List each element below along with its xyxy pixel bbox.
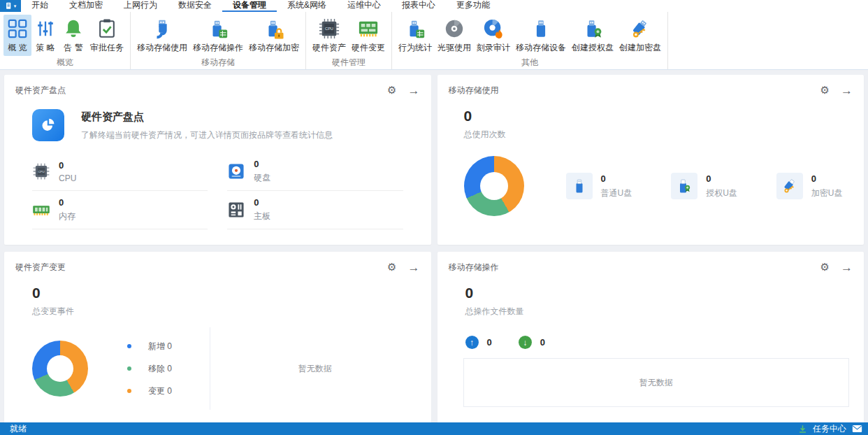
status-bar: 就绪 任务中心 (0, 422, 868, 435)
approval-tasks-button[interactable]: 审批任务 (87, 15, 126, 56)
card-storage-usage: 移动存储使用 ⚙ → 0 总使用次数 0普通U盘 (437, 75, 865, 245)
caret-down-icon: ▾ (14, 3, 17, 9)
alert-button[interactable]: 告 警 (59, 15, 87, 56)
usb-badge-icon (581, 17, 604, 40)
legend-dot (127, 344, 131, 348)
usage-donut-chart (464, 156, 524, 216)
ribbon-group-label: 硬件管理 (306, 56, 391, 71)
pie-chart-app-icon (32, 109, 64, 141)
sliders-icon (34, 17, 57, 40)
circuit-board-icon (357, 17, 379, 40)
app-menu-button[interactable]: ▾ (0, 0, 21, 12)
ribbon-tab-bar: ▾ 开始 文档加密 上网行为 数据安全 设备管理 系统&网络 运维中心 报表中心… (0, 0, 868, 12)
tile-encrypted-usb: 0加密U盘 (776, 173, 843, 199)
svg-text:CPU: CPU (38, 170, 44, 173)
usb-badge-icon (671, 173, 697, 199)
tab-device-management[interactable]: 设备管理 (222, 0, 277, 12)
tile-normal-usb: 0普通U盘 (566, 173, 632, 199)
hard-disk-icon (227, 162, 245, 180)
usb-lock-icon (263, 17, 285, 40)
usb-stats-icon (404, 17, 426, 40)
policy-button[interactable]: 策 略 (31, 15, 59, 56)
upload-counter: ↑ 0 (465, 336, 492, 349)
inventory-title: 硬件资产盘点 (81, 110, 333, 124)
tab-ops-center[interactable]: 运维中心 (337, 0, 391, 12)
download-icon[interactable] (798, 425, 807, 434)
arrow-right-icon[interactable]: → (408, 85, 420, 97)
download-counter: ↓ 0 (519, 336, 545, 349)
ribbon-toolbar: 概 览 策 略 告 警 (0, 12, 868, 70)
ribbon-group-other: 行为统计 光驱使用 刻录审计 (392, 12, 668, 69)
changes-total-label: 总变更事件 (32, 306, 420, 318)
changes-empty-text: 暂无数据 (210, 363, 420, 375)
overview-button[interactable]: 概 览 (3, 15, 31, 56)
tile-authorized-usb: 0授权U盘 (671, 173, 737, 199)
ribbon-group-label: 移动存储 (131, 56, 305, 71)
usage-total-label: 总使用次数 (464, 129, 853, 141)
status-ready-text: 就绪 (10, 423, 27, 435)
optical-drive-button[interactable]: 光驱使用 (435, 15, 474, 56)
legend-dot (127, 366, 131, 371)
gear-icon[interactable]: ⚙ (820, 261, 830, 273)
arrow-right-icon[interactable]: → (841, 262, 853, 273)
arrow-right-icon[interactable]: → (408, 262, 420, 273)
create-authorized-disk-button[interactable]: 创建授权盘 (569, 15, 616, 56)
usb-table-icon (207, 17, 229, 40)
gear-icon[interactable]: ⚙ (387, 261, 396, 273)
card-title: 硬件资产盘点 (15, 85, 66, 97)
changes-total-value: 0 (32, 285, 420, 301)
tab-start[interactable]: 开始 (21, 0, 59, 12)
behavior-stats-button[interactable]: 行为统计 (396, 15, 435, 56)
envelope-icon[interactable] (852, 425, 862, 433)
arrow-right-icon[interactable]: → (841, 85, 853, 97)
changes-donut-chart (32, 341, 88, 397)
legend-item-removed[interactable]: 移除 0 (127, 363, 204, 375)
storage-encryption-button[interactable]: 移动存储加密 (246, 15, 302, 56)
storage-operations-button[interactable]: 移动存储操作 (190, 15, 246, 56)
operations-empty-box: 暂无数据 (463, 358, 850, 407)
usb-key-icon (776, 173, 803, 199)
burn-audit-button[interactable]: 刻录审计 (474, 15, 513, 56)
file-menu-icon (5, 2, 13, 10)
usb-plug-icon (151, 17, 173, 40)
bell-icon (62, 17, 85, 40)
hardware-assets-button[interactable]: CPU 硬件资产 (310, 15, 349, 56)
ribbon-group-overview: 概 览 策 略 告 警 (0, 12, 131, 69)
operations-total-value: 0 (465, 285, 853, 301)
disc-icon (443, 17, 465, 40)
card-title: 移动存储操作 (449, 262, 499, 273)
changes-legend: 新增 0 移除 0 变更 0 (127, 341, 204, 397)
device-management-window: ▾ 开始 文档加密 上网行为 数据安全 设备管理 系统&网络 运维中心 报表中心… (0, 0, 868, 435)
operations-total-label: 总操作文件数量 (465, 306, 853, 318)
ribbon-group-removable-storage: 移动存储使用 移动存储操作 移动存储加密 移动存储 (131, 12, 306, 69)
gear-icon[interactable]: ⚙ (820, 84, 830, 97)
tab-web-behavior[interactable]: 上网行为 (113, 0, 168, 12)
hardware-changes-button[interactable]: 硬件变更 (349, 15, 388, 56)
legend-dot (127, 389, 131, 393)
gear-icon[interactable]: ⚙ (387, 84, 396, 97)
legend-item-added[interactable]: 新增 0 (127, 341, 204, 352)
storage-devices-button[interactable]: 移动存储设备 (513, 15, 569, 56)
create-encrypted-disk-button[interactable]: 创建加密盘 (616, 15, 664, 56)
card-hardware-inventory: 硬件资产盘点 ⚙ → 硬件资产盘点 了解终端当前硬件资产情况，可进入详情页面按品… (4, 75, 431, 245)
stat-cpu: CPU 0CPU (32, 152, 208, 191)
storage-usage-button[interactable]: 移动存储使用 (134, 15, 190, 56)
stat-motherboard: 0主板 (227, 191, 403, 229)
tab-data-security[interactable]: 数据安全 (168, 0, 222, 12)
cpu-icon: CPU (32, 162, 50, 180)
card-title: 移动存储使用 (449, 85, 499, 97)
overview-grid-icon (6, 17, 29, 40)
card-title: 硬件资产变更 (15, 262, 66, 273)
tab-doc-encryption[interactable]: 文档加密 (59, 0, 113, 12)
svg-text:CPU: CPU (325, 27, 333, 31)
dashboard: 硬件资产盘点 ⚙ → 硬件资产盘点 了解终端当前硬件资产情况，可进入详情页面按品… (0, 70, 868, 422)
legend-item-changed[interactable]: 变更 0 (127, 385, 204, 397)
tab-system-network[interactable]: 系统&网络 (277, 0, 337, 12)
tab-report-center[interactable]: 报表中心 (391, 0, 446, 12)
tab-more-features[interactable]: 更多功能 (446, 0, 500, 12)
download-arrow-icon: ↓ (519, 336, 532, 349)
ram-icon (32, 201, 50, 219)
task-center-link[interactable]: 任务中心 (813, 423, 846, 435)
ribbon-group-label: 概览 (0, 56, 130, 71)
operations-empty-text: 暂无数据 (639, 377, 673, 389)
